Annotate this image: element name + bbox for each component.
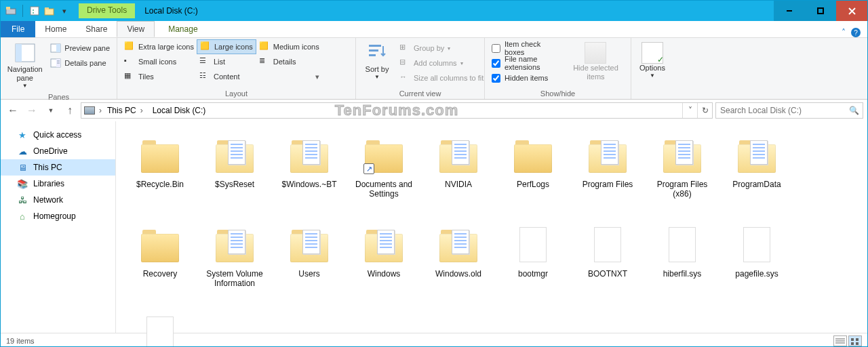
layout-details[interactable]: ≣Details — [256, 54, 322, 69]
breadcrumb-this-pc[interactable]: This PC› — [103, 103, 149, 118]
up-button[interactable]: ↑ — [62, 102, 78, 119]
sidebar-item-label: Libraries — [33, 179, 64, 188]
context-tab-drive-tools: Drive Tools — [79, 3, 135, 18]
layout-small[interactable]: ▪Small icons — [121, 54, 197, 69]
help-icon[interactable]: ? — [851, 28, 861, 37]
file-item[interactable]: ⚙⚙pagefile.sys — [719, 219, 794, 308]
svg-rect-1 — [6, 7, 10, 9]
maximize-button[interactable] — [805, 1, 836, 21]
ribbon-collapse-icon[interactable]: ˄ — [842, 28, 846, 37]
layout-medium[interactable]: 🟨Medium icons — [256, 39, 322, 54]
search-box[interactable]: 🔍 — [715, 102, 863, 119]
sidebar-item-network[interactable]: 🖧Network — [1, 192, 115, 208]
checkbox-hidden-items-input[interactable] — [492, 74, 500, 83]
nav-tree[interactable]: ★Quick access☁OneDrive🖥This PC📚Libraries… — [1, 121, 116, 333]
file-item[interactable]: ⚙⚙swapfile.sys — [123, 308, 197, 347]
file-item-label: $Recycle.Bin — [134, 180, 186, 189]
sidebar-item-libraries[interactable]: 📚Libraries — [1, 176, 115, 192]
svg-rect-19 — [369, 45, 381, 47]
qat-new-folder-icon[interactable] — [43, 5, 56, 17]
file-item[interactable]: Program Files (x86) — [645, 129, 719, 219]
navigation-pane-button[interactable]: Navigation pane▼ — [5, 39, 45, 92]
file-item[interactable]: Program Files — [570, 129, 645, 219]
close-button[interactable] — [836, 1, 867, 21]
file-item-label: Windows — [365, 269, 403, 279]
view-details-toggle[interactable] — [833, 335, 847, 346]
folder-icon — [138, 223, 182, 266]
checkbox-item-checkboxes[interactable]: Item check boxes — [489, 41, 562, 56]
file-item[interactable]: ProgramData — [719, 129, 794, 219]
qat-properties-icon[interactable] — [28, 5, 41, 17]
layout-list[interactable]: ☰List — [197, 54, 256, 69]
file-item-label: hiberfil.sys — [660, 269, 705, 279]
view-icons-toggle[interactable] — [848, 335, 862, 346]
preview-pane-button[interactable]: Preview pane — [47, 41, 113, 56]
svg-point-4 — [33, 12, 34, 14]
breadcrumb-local-disk[interactable]: Local Disk (C:) — [149, 103, 210, 118]
file-item-label: NVIDIA — [442, 180, 475, 189]
layout-large[interactable]: 🟨Large icons — [197, 39, 256, 54]
sidebar-item-label: Quick access — [33, 130, 81, 140]
tab-home[interactable]: Home — [35, 21, 76, 37]
group-by-button[interactable]: ⊞Group by ▾ — [397, 41, 486, 56]
svg-point-3 — [33, 9, 34, 11]
layout-more[interactable]: ▾ — [256, 69, 322, 84]
folder-icon — [288, 134, 331, 177]
file-item[interactable]: Windows — [347, 219, 421, 308]
checkbox-file-extensions-input[interactable] — [492, 59, 500, 68]
file-item[interactable]: $Windows.~BT — [272, 129, 347, 219]
tab-share[interactable]: Share — [76, 21, 117, 37]
sidebar-item-quick-access[interactable]: ★Quick access — [1, 127, 115, 143]
file-item[interactable]: PerfLogs — [496, 129, 570, 219]
ribbon-tabs: File Home Share View Manage ˄ ? — [1, 21, 867, 37]
svg-rect-6 — [45, 7, 49, 9]
group-panes-label: Panes — [5, 92, 113, 102]
file-item[interactable]: Windows.old — [421, 219, 496, 308]
back-button[interactable]: ← — [5, 102, 21, 119]
folder-icon — [660, 134, 704, 177]
file-item[interactable]: ⚙⚙bootmgr — [496, 219, 570, 308]
tab-view[interactable]: View — [117, 21, 155, 37]
search-input[interactable] — [716, 106, 845, 115]
tab-file[interactable]: File — [1, 21, 35, 37]
sidebar-item-onedrive[interactable]: ☁OneDrive — [1, 143, 115, 159]
sort-by-button[interactable]: Sort by▼ — [360, 39, 394, 83]
details-pane-button[interactable]: Details pane — [47, 56, 113, 70]
breadcrumb-sep[interactable]: › — [98, 106, 103, 115]
sidebar-item-homegroup[interactable]: ⌂Homegroup — [1, 208, 115, 224]
search-icon[interactable]: 🔍 — [845, 106, 863, 115]
drive-icon — [84, 106, 95, 115]
options-button[interactable]: Options▼ — [635, 39, 669, 82]
file-item[interactable]: ⚙⚙hiberfil.sys — [645, 219, 719, 308]
folder-icon — [511, 134, 555, 177]
file-item[interactable]: $SysReset — [197, 129, 272, 219]
file-item-label: bootmgr — [515, 269, 551, 279]
refresh-button[interactable]: ↻ — [697, 103, 712, 118]
checkbox-file-extensions[interactable]: File name extensions — [489, 56, 562, 70]
system-file-icon: ⚙⚙ — [511, 223, 555, 266]
file-item[interactable]: Recovery — [123, 219, 197, 308]
layout-content[interactable]: ☷Content — [197, 69, 256, 84]
minimize-button[interactable] — [774, 1, 805, 21]
tab-manage[interactable]: Manage — [159, 21, 207, 37]
file-item[interactable]: System Volume Information — [197, 219, 272, 308]
layout-extra-large[interactable]: 🟨Extra large icons — [121, 39, 197, 54]
qat-dropdown-icon[interactable]: ▾ — [58, 5, 71, 17]
file-item[interactable]: NVIDIA — [421, 129, 496, 219]
file-item[interactable]: Users — [272, 219, 347, 308]
file-item-label: Program Files (x86) — [645, 180, 719, 199]
svg-rect-5 — [45, 9, 54, 15]
file-item[interactable]: ↗Documents and Settings — [347, 129, 421, 219]
file-item[interactable]: ⚙⚙BOOTNXT — [570, 219, 645, 308]
recent-locations-button[interactable]: ▼ — [43, 102, 59, 119]
checkbox-hidden-items[interactable]: Hidden items — [489, 70, 562, 85]
file-list[interactable]: $Recycle.Bin$SysReset$Windows.~BT↗Docume… — [116, 121, 867, 333]
address-dropdown-button[interactable]: ˅ — [682, 103, 697, 118]
checkbox-item-checkboxes-input[interactable] — [492, 44, 500, 53]
sidebar-item-this-pc[interactable]: 🖥This PC — [1, 159, 115, 176]
address-bar[interactable]: › This PC› Local Disk (C:) TenForums.com… — [81, 102, 713, 119]
file-item[interactable]: $Recycle.Bin — [123, 129, 197, 219]
forward-button: → — [24, 102, 40, 119]
layout-tiles[interactable]: ▦Tiles — [121, 69, 197, 84]
file-item-label: Windows.old — [433, 269, 484, 279]
